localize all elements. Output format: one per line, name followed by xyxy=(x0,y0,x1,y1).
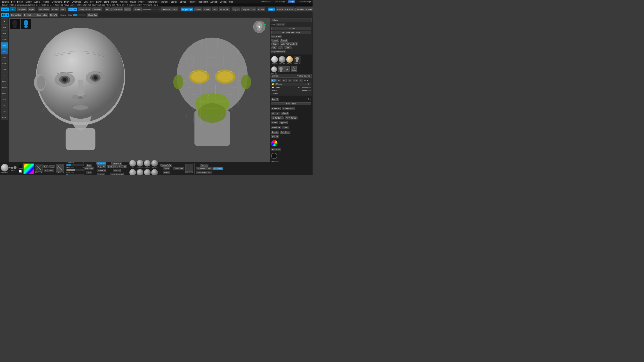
geometry-bt-btn[interactable]: Geometry xyxy=(213,167,223,170)
menu-draw[interactable]: Draw xyxy=(64,1,69,3)
subtool-slider-brows[interactable] xyxy=(302,90,310,91)
dynamics-btn[interactable]: Dynamics xyxy=(96,162,106,165)
import-bt-btn[interactable]: Import xyxy=(163,171,170,174)
v7-btn[interactable]: V7 xyxy=(299,79,303,82)
rgb-btn[interactable]: Rgb xyxy=(43,165,48,168)
rotate-slider[interactable] xyxy=(142,9,160,10)
persp-btn[interactable]: Persp xyxy=(1,78,8,84)
main-viewport[interactable] xyxy=(8,17,270,162)
floor-btn[interactable]: Floor xyxy=(1,54,8,60)
goz-rs-btn[interactable]: GoZ xyxy=(271,46,277,49)
subtool-settings-2[interactable]: ⚙ xyxy=(298,86,300,88)
topological-btn[interactable]: Topological xyxy=(112,162,122,165)
thumb-2[interactable] xyxy=(20,18,31,29)
head-icon-1[interactable] xyxy=(278,66,284,72)
star-icon[interactable]: ★ xyxy=(284,66,290,72)
inverse-btn[interactable]: Inverse xyxy=(98,173,105,175)
viewmask-btn[interactable]: ViewMask xyxy=(84,167,94,170)
list-add-icon[interactable]: + xyxy=(310,98,311,100)
rotate-left-btn[interactable]: Rotate xyxy=(1,36,8,42)
mat-zbro[interactable]: zbro_Ski xyxy=(271,66,277,74)
auto-reorder-btn[interactable]: AutoReorder xyxy=(282,107,295,110)
size-slider[interactable] xyxy=(73,14,86,16)
menu-macro[interactable]: Macro xyxy=(112,1,118,3)
menu-alpha[interactable]: Alpha xyxy=(34,1,40,3)
delete-btn[interactable]: Delete xyxy=(271,131,279,134)
del-higher-btn[interactable]: Del Higher xyxy=(23,13,34,17)
setup-model-side-btn[interactable]: Setup Model Side xyxy=(196,171,212,174)
zadd-bt-btn[interactable]: Zadd xyxy=(48,169,54,172)
del-hidden-btn[interactable]: Del Hidden xyxy=(38,7,50,11)
list-settings-icon[interactable]: ⚙ xyxy=(308,98,309,100)
insert-btn[interactable]: Insert xyxy=(282,126,290,129)
menu-dynamics[interactable]: Dynamics xyxy=(72,1,81,3)
cursor-btn[interactable]: ✦ xyxy=(1,18,8,24)
merge-btn[interactable]: Merge xyxy=(288,0,295,3)
standard-brush-circle-2[interactable] xyxy=(136,160,144,167)
mean-bt-btn[interactable]: Mean 25 xyxy=(118,165,127,168)
frame-btn[interactable]: Frame xyxy=(1,60,8,66)
new-folder-btn[interactable]: New Folder xyxy=(271,102,311,105)
clear-scene-btn[interactable]: Clear Scene xyxy=(173,167,184,170)
thumb-1[interactable] xyxy=(10,18,20,29)
scale-btn[interactable]: Scale xyxy=(1,30,8,36)
duplicate-btn[interactable]: Duplicate xyxy=(271,126,282,129)
menu-document[interactable]: Document xyxy=(52,1,62,3)
uv-map-size-btn[interactable]: UV Map Size 2048 xyxy=(276,7,294,11)
left-head-view[interactable] xyxy=(8,17,160,162)
subtool-header[interactable]: Subtool Visible Count 6 xyxy=(270,74,312,78)
mat-3[interactable]: FasSha xyxy=(286,56,293,64)
transp-btn[interactable]: Transp xyxy=(1,84,8,90)
menu-zplugin[interactable]: Zplugin xyxy=(210,1,218,3)
zproject-brush-circle[interactable] xyxy=(144,160,151,167)
close-holes-btn[interactable]: Close Holes xyxy=(35,13,48,17)
menu-texture2[interactable]: Texture xyxy=(188,1,196,3)
layer-btn[interactable]: Layer xyxy=(28,7,36,11)
subtool-add-2[interactable]: + xyxy=(300,86,302,88)
mat-sphere-2[interactable] xyxy=(279,56,286,63)
menu-help[interactable]: Help xyxy=(229,1,234,3)
lazystep-btn[interactable]: LazyStep: 0.25 xyxy=(241,7,256,11)
zmetal-btn[interactable]: ZMetal xyxy=(271,161,279,162)
add-icon[interactable]: + xyxy=(307,79,308,82)
pt-btn[interactable]: Pt xyxy=(1,72,8,78)
ghost-btn[interactable]: Ghost xyxy=(1,90,8,96)
export-btn[interactable]: Export xyxy=(257,7,265,11)
blur-bt-btn[interactable]: Blur 10 xyxy=(113,169,120,172)
subtool-slider-2[interactable] xyxy=(302,87,310,88)
subtool-folder-2[interactable]: 📁 2 Hair ⚙ + xyxy=(271,86,311,89)
goz-main-btn[interactable]: GoZ xyxy=(212,7,218,11)
clear-btn[interactable]: Clear xyxy=(86,171,92,174)
zplugin-header[interactable]: Zpluqin xyxy=(270,18,312,22)
storemt-btn[interactable]: StoreMT xyxy=(92,7,102,11)
import-btn[interactable]: Import xyxy=(194,7,202,11)
menu-render[interactable]: Render xyxy=(161,1,168,3)
v6-btn[interactable]: V6 xyxy=(293,79,298,82)
mat-1[interactable]: zbro_Ski xyxy=(271,56,278,64)
subtool-settings-1[interactable]: ⚙ xyxy=(307,83,309,85)
decimate-current-btn[interactable]: Decimate Current xyxy=(160,7,178,11)
mat-sphere-3[interactable] xyxy=(286,56,293,63)
imbed-btn[interactable]: Imbed: 0 xyxy=(97,169,106,172)
menu-preferences[interactable]: Preferences xyxy=(147,1,159,3)
morph-brush-circle[interactable] xyxy=(151,160,158,167)
higher-res-btn[interactable]: Higher Res xyxy=(10,13,22,17)
menu-stroke[interactable]: Stroke xyxy=(25,1,32,3)
all-to-target-btn[interactable]: All To Target xyxy=(285,116,297,119)
import-rs-btn[interactable]: Import xyxy=(271,39,279,42)
subtool-brows[interactable]: Brows xyxy=(271,89,311,92)
make-poly-btn[interactable]: Make PolyMesh3D xyxy=(280,42,298,45)
sdiv-btn[interactable]: SDIv 1 xyxy=(1,13,9,17)
uv-groups-btn[interactable]: Uv Groups xyxy=(112,7,123,11)
divide-btn[interactable]: Divide xyxy=(1,7,9,11)
move-btn[interactable]: Move xyxy=(1,24,8,30)
subtool-add-1[interactable]: + xyxy=(310,83,310,85)
draw-btn[interactable]: Draw xyxy=(1,42,8,48)
zsub-btn[interactable]: Zsub xyxy=(1,108,8,114)
all-to-home-btn[interactable]: All To Home xyxy=(271,116,284,119)
save-as-btn[interactable]: Save As xyxy=(276,23,285,26)
menu-light[interactable]: Light xyxy=(104,1,109,3)
tray-left-btn[interactable]: Tray Left xyxy=(200,164,208,167)
settings-icon[interactable]: ⚙ xyxy=(304,79,306,82)
append-btn[interactable]: Append xyxy=(279,121,288,124)
